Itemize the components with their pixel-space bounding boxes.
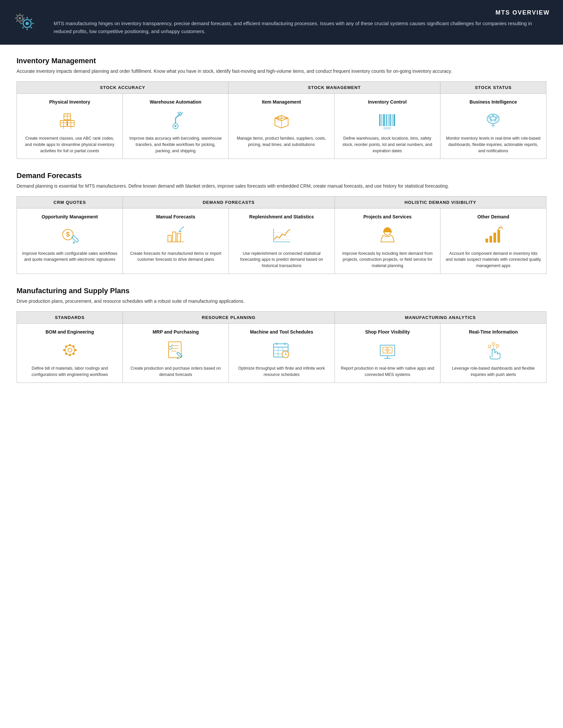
svg-rect-42 <box>382 114 382 126</box>
svg-rect-82 <box>493 233 496 243</box>
card-desc-mrp-purchasing: Create production and purchase orders ba… <box>127 365 224 378</box>
card-title-item-management: Item Management <box>262 99 301 105</box>
card-desc-business-intelligence: Monitor inventory levels in real-time wi… <box>445 135 541 154</box>
card-title-warehouse-automation: Warehouse Automation <box>150 99 201 105</box>
card-desc-other-demand: Account for component demand in inventor… <box>445 250 541 269</box>
card-desc-bom-engineering: Define bill of materials, labor routings… <box>22 365 118 378</box>
group-demand-forecasts: DEMAND FORECASTS Manual Forecasts <box>123 197 335 273</box>
section-demand: Demand Forecasts Demand planning is esse… <box>17 171 546 274</box>
svg-line-32 <box>175 114 180 118</box>
svg-marker-66 <box>72 241 75 244</box>
other-demand-icon <box>483 225 504 246</box>
header: MTS OVERVIEW MTS manufacturing hinges on… <box>0 0 563 45</box>
card-mrp-purchasing: MRP and Purchasing <box>123 324 229 383</box>
mrp-purchasing-icon <box>165 340 186 361</box>
section-title-manufacturing: Manufacturing and Supply Plans <box>17 287 546 295</box>
svg-rect-87 <box>69 344 71 346</box>
svg-line-8 <box>23 27 24 28</box>
svg-line-84 <box>497 227 501 230</box>
group-cards-standards: BOM and Engineering <box>17 324 122 383</box>
group-cards-holistic-demand: Projects and Services <box>335 208 546 273</box>
realtime-information-icon <box>483 340 504 361</box>
group-cards-crm-quotes: Opportunity Management $ Improv <box>17 208 122 273</box>
opportunity-management-icon: $ <box>59 225 80 246</box>
svg-line-18 <box>16 21 17 22</box>
section-manufacturing: Manufacturing and Supply Plans Drive pro… <box>17 287 546 383</box>
card-physical-inventory: Physical Inventory <box>17 94 123 159</box>
section-title-inventory: Inventory Management <box>17 57 546 65</box>
group-cards-manufacturing-analytics: Shop Floor Visibility <box>335 324 546 383</box>
svg-line-19 <box>23 21 23 22</box>
group-cards-stock-management: Item Management Manage items, product fa… <box>228 94 440 159</box>
card-title-business-intelligence: Business Intelligence <box>470 99 517 105</box>
card-title-physical-inventory: Physical Inventory <box>49 99 90 105</box>
machine-tool-schedules-icon <box>271 340 292 361</box>
card-projects-services: Projects and Services <box>335 208 441 273</box>
card-desc-manual-forecasts: Create forecasts for manufactured items … <box>127 250 224 263</box>
card-title-machine-tool-schedules: Machine and Tool Schedules <box>250 329 313 335</box>
svg-rect-89 <box>63 349 65 351</box>
group-crm-quotes: CRM QUOTES Opportunity Management $ <box>17 197 123 273</box>
card-title-realtime-information: Real-Time Information <box>469 329 518 335</box>
bom-engineering-icon <box>59 340 80 361</box>
card-warehouse-automation: Warehouse Automation <box>123 94 228 159</box>
group-cards-resource-planning: MRP and Purchasing <box>123 324 334 383</box>
warehouse-automation-icon <box>165 110 186 131</box>
card-title-other-demand: Other Demand <box>477 214 509 220</box>
card-title-opportunity-management: Opportunity Management <box>42 214 98 220</box>
svg-line-16 <box>16 15 17 16</box>
card-title-manual-forecasts: Manual Forecasts <box>156 214 195 220</box>
svg-marker-72 <box>178 230 182 232</box>
card-desc-physical-inventory: Create movement classes, use ABC rank co… <box>22 135 118 154</box>
card-title-replenishment-statistics: Replenishment and Statistics <box>249 214 314 220</box>
svg-rect-65 <box>71 235 78 242</box>
card-desc-inventory-control: Define warehouses, stock locations, bins… <box>339 135 436 154</box>
card-bom-engineering: BOM and Engineering <box>17 324 122 383</box>
svg-rect-93 <box>65 352 67 355</box>
inventory-control-icon: ||||||||||| <box>377 110 398 131</box>
svg-rect-83 <box>497 230 500 243</box>
group-resource-planning: RESOURCE PLANNING MRP and Purchasing <box>123 312 335 383</box>
svg-point-122 <box>488 345 491 348</box>
svg-line-127 <box>495 347 497 350</box>
svg-rect-94 <box>72 352 74 355</box>
group-header-crm-quotes: CRM QUOTES <box>17 197 122 208</box>
main-content: Inventory Management Accurate inventory … <box>0 45 563 407</box>
svg-rect-92 <box>72 345 74 348</box>
svg-point-11 <box>19 17 21 19</box>
group-manufacturing-analytics: MANUFACTURING ANALYTICS Shop Floor Visib… <box>335 312 546 383</box>
svg-line-71 <box>180 227 184 229</box>
group-stock-management: STOCK MANAGEMENT Item Management <box>228 82 440 159</box>
svg-rect-69 <box>177 233 180 242</box>
card-business-intelligence: Business Intelligence <box>441 94 546 159</box>
svg-point-1 <box>25 22 29 25</box>
item-management-icon <box>271 110 292 131</box>
card-desc-machine-tool-schedules: Optimize throughput with finite and infi… <box>233 365 330 378</box>
projects-services-icon <box>377 225 398 246</box>
svg-rect-81 <box>490 236 492 243</box>
card-desc-item-management: Manage items, product families, supplier… <box>233 135 330 148</box>
group-holistic-demand: HOLISTIC DEMAND VISIBILITY Projects and … <box>335 197 546 273</box>
card-title-bom-engineering: BOM and Engineering <box>45 329 94 335</box>
svg-rect-44 <box>386 114 387 126</box>
card-shop-floor-visibility: Shop Floor Visibility <box>335 324 441 383</box>
card-title-mrp-purchasing: MRP and Purchasing <box>153 329 199 335</box>
svg-line-125 <box>490 348 492 350</box>
svg-rect-41 <box>379 114 381 126</box>
card-manual-forecasts: Manual Forecasts <box>123 208 229 273</box>
card-title-projects-services: Projects and Services <box>363 214 412 220</box>
inventory-card-grid: STOCK ACCURACY Physical Inventory <box>17 81 546 159</box>
manual-forecasts-icon <box>165 225 186 246</box>
group-stock-accuracy: STOCK ACCURACY Physical Inventory <box>17 82 228 159</box>
card-other-demand: Other Demand <box>441 208 546 273</box>
group-header-resource-planning: RESOURCE PLANNING <box>123 312 334 324</box>
card-desc-shop-floor-visibility: Report production in real-time with nati… <box>340 365 436 378</box>
card-replenishment-statistics: Replenishment and Statistics <box>229 208 335 273</box>
card-realtime-information: Real-Time Information <box>441 324 546 383</box>
shop-floor-visibility-icon <box>377 340 398 361</box>
svg-line-17 <box>23 15 23 16</box>
svg-rect-47 <box>392 114 393 126</box>
card-desc-opportunity-management: Improve forecasts with configurable sale… <box>22 250 118 263</box>
card-desc-replenishment-statistics: Use replenishment or connected statistic… <box>233 250 330 269</box>
section-desc-inventory: Accurate inventory impacts demand planni… <box>17 68 546 75</box>
